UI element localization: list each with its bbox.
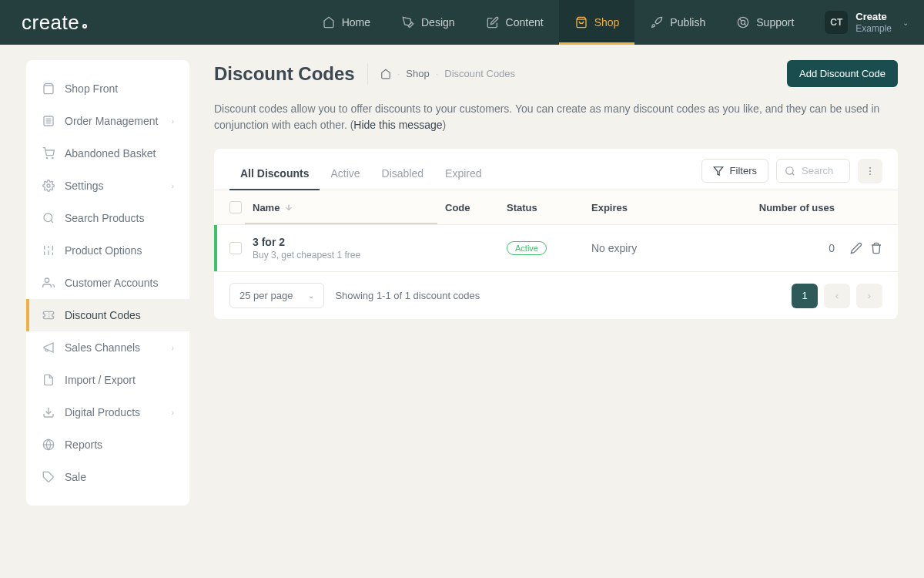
col-expires[interactable]: Expires <box>591 202 745 213</box>
page-1[interactable]: 1 <box>792 284 818 308</box>
edit-icon[interactable] <box>850 242 862 254</box>
col-name[interactable]: Name <box>253 202 445 213</box>
sidebar-item-label: Discount Codes <box>65 309 141 321</box>
tabs-row: All Discounts Active Disabled Expired Fi… <box>214 149 898 190</box>
brand-logo[interactable]: create <box>22 11 87 35</box>
discount-name: 3 for 2 <box>253 236 445 248</box>
breadcrumb-shop[interactable]: Shop <box>406 68 429 79</box>
table-header: Name Code Status Expires Number of uses <box>214 190 898 225</box>
nav-design[interactable]: Design <box>386 0 470 45</box>
sidebar-item-label: Customer Accounts <box>65 277 158 289</box>
table-footer: 25 per page ⌄ Showing 1-1 of 1 discount … <box>214 272 898 319</box>
user-name: Create <box>855 11 892 23</box>
sidebar-item-sales-channels[interactable]: Sales Channels › <box>26 331 189 364</box>
svg-point-30 <box>869 167 871 169</box>
status-badge: Active <box>507 241 547 255</box>
chevron-right-icon: › <box>172 344 174 352</box>
tab-all-discounts[interactable]: All Discounts <box>229 158 320 190</box>
sidebar-item-sale[interactable]: Sale <box>26 461 189 493</box>
sidebar-item-search-products[interactable]: Search Products <box>26 202 189 234</box>
breadcrumb: · Shop · Discount Codes <box>380 68 515 79</box>
per-page-select[interactable]: 25 per page ⌄ <box>229 283 324 308</box>
row-checkbox[interactable] <box>229 242 242 254</box>
discount-panel: All Discounts Active Disabled Expired Fi… <box>214 149 898 319</box>
sidebar-item-order-management[interactable]: Order Management › <box>26 105 189 137</box>
sidebar-item-settings[interactable]: Settings › <box>26 170 189 202</box>
sort-down-icon <box>284 203 293 212</box>
discount-uses: 0 <box>745 242 839 254</box>
nav-support[interactable]: Support <box>721 0 809 45</box>
page-header: Discount Codes · Shop · Discount Codes A… <box>214 60 898 87</box>
brand-text: create <box>22 11 79 35</box>
svg-line-3 <box>740 18 742 21</box>
filter-icon <box>713 166 724 176</box>
svg-point-11 <box>52 157 53 158</box>
discount-expires: No expiry <box>591 242 745 254</box>
nav-support-label: Support <box>756 16 794 29</box>
hide-message-link[interactable]: Hide this message <box>353 119 442 131</box>
sidebar-item-label: Settings <box>65 180 104 192</box>
svg-line-29 <box>792 173 795 175</box>
col-uses[interactable]: Number of uses <box>745 202 839 213</box>
select-all-checkbox[interactable] <box>229 201 242 213</box>
main-content: Discount Codes · Shop · Discount Codes A… <box>214 60 898 319</box>
tab-expired[interactable]: Expired <box>434 158 492 190</box>
nav-design-label: Design <box>421 16 455 29</box>
filters-label: Filters <box>730 165 757 176</box>
col-status[interactable]: Status <box>507 202 591 213</box>
sidebar-item-abandoned-basket[interactable]: Abandoned Basket <box>26 137 189 170</box>
search-input[interactable] <box>802 165 842 176</box>
nav-home-label: Home <box>342 16 370 29</box>
sidebar-item-label: Order Management <box>65 115 158 127</box>
svg-point-13 <box>44 213 52 222</box>
intro-text: Discount codes allow you to offer discou… <box>214 101 898 133</box>
sidebar-item-customer-accounts[interactable]: Customer Accounts <box>26 267 189 299</box>
sidebar-item-import-export[interactable]: Import / Export <box>26 364 189 396</box>
sidebar-item-label: Digital Products <box>65 406 140 418</box>
sidebar-item-label: Reports <box>65 439 102 451</box>
download-icon <box>42 405 55 419</box>
nav-content[interactable]: Content <box>470 0 559 45</box>
sidebar-item-shop-front[interactable]: Shop Front <box>26 72 189 105</box>
tag-icon <box>42 470 55 484</box>
chevron-right-icon: › <box>172 117 174 126</box>
nav-home[interactable]: Home <box>306 0 386 45</box>
filters-button[interactable]: Filters <box>701 159 768 183</box>
nav-publish-label: Publish <box>670 16 705 29</box>
sidebar-item-digital-products[interactable]: Digital Products › <box>26 396 189 428</box>
home-icon[interactable] <box>380 69 391 79</box>
search-icon <box>785 166 795 176</box>
tab-active[interactable]: Active <box>320 158 370 190</box>
chevron-right-icon: › <box>172 182 174 190</box>
chevron-right-icon: › <box>172 408 174 417</box>
sidebar-item-reports[interactable]: Reports <box>26 428 189 461</box>
user-labels: Create Example <box>855 11 892 34</box>
brush-icon <box>401 15 415 29</box>
rocket-icon <box>650 15 664 29</box>
page-title: Discount Codes <box>214 63 368 85</box>
sidebar-item-label: Abandoned Basket <box>65 147 156 160</box>
nav-shop[interactable]: Shop <box>559 0 635 45</box>
col-code[interactable]: Code <box>445 202 507 213</box>
sidebar: Shop Front Order Management › Abandoned … <box>26 60 189 506</box>
search-box[interactable] <box>776 159 850 183</box>
chevron-right-icon: › <box>868 290 871 301</box>
add-discount-button[interactable]: Add Discount Code <box>787 60 898 87</box>
svg-point-21 <box>45 278 49 282</box>
primary-nav: Home Design Content Shop Publish Support <box>306 0 810 45</box>
sidebar-item-label: Sale <box>65 471 86 483</box>
nav-shop-label: Shop <box>594 16 620 29</box>
user-menu[interactable]: CT Create Example ⌄ <box>825 11 909 34</box>
lifebuoy-icon <box>736 15 750 29</box>
svg-point-32 <box>869 173 871 175</box>
more-actions-button[interactable] <box>858 159 882 183</box>
table-row[interactable]: 3 for 2 Buy 3, get cheapest 1 free Activ… <box>214 225 898 272</box>
brand-dot-icon <box>82 24 87 29</box>
tab-disabled[interactable]: Disabled <box>371 158 434 190</box>
sidebar-item-product-options[interactable]: Product Options <box>26 234 189 267</box>
breadcrumb-separator: · <box>436 68 439 79</box>
nav-publish[interactable]: Publish <box>634 0 721 45</box>
discount-description: Buy 3, get cheapest 1 free <box>253 250 445 260</box>
trash-icon[interactable] <box>870 242 882 254</box>
sidebar-item-discount-codes[interactable]: Discount Codes <box>26 299 189 331</box>
